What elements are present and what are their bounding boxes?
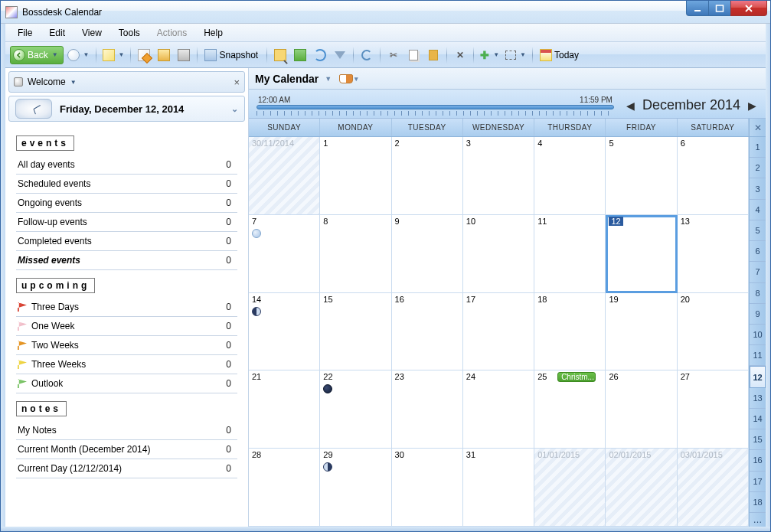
snapshot-button[interactable]: Snapshot [201, 46, 263, 64]
week-number[interactable]: 8 [750, 283, 766, 304]
menu-actions[interactable]: Actions [149, 26, 194, 40]
day-cell[interactable]: 25Christm... [534, 370, 606, 449]
day-cell[interactable]: 30 [392, 449, 463, 527]
week-number[interactable]: 12 [750, 366, 766, 387]
welcome-tab[interactable]: Welcome ▼ × [8, 71, 245, 93]
events-item[interactable]: Completed events0 [16, 232, 237, 251]
day-cell[interactable]: 10 [463, 215, 534, 293]
notes-item[interactable]: Current Day (12/12/2014)0 [16, 459, 237, 478]
day-cell[interactable]: 4 [534, 137, 606, 215]
expand-icon[interactable]: ⌄ [231, 104, 238, 114]
day-cell[interactable]: 02/01/2015 [606, 449, 677, 527]
week-number[interactable]: 15 [750, 429, 766, 450]
print-button[interactable] [175, 46, 193, 64]
new-button[interactable]: ▼ [100, 46, 127, 64]
edit-button[interactable] [135, 46, 153, 64]
open-button[interactable] [155, 46, 173, 64]
week-number[interactable]: 3 [750, 178, 766, 199]
book-icon[interactable] [339, 74, 353, 83]
menu-help[interactable]: Help [196, 26, 230, 40]
upcoming-item[interactable]: Three Weeks0 [16, 355, 237, 374]
day-cell[interactable]: 03/01/2015 [678, 449, 749, 527]
week-number[interactable]: 14 [750, 409, 766, 429]
day-cell[interactable]: 26 [606, 370, 677, 449]
notes-item[interactable]: My Notes0 [16, 421, 237, 440]
week-number[interactable]: 2 [750, 158, 766, 178]
upcoming-item[interactable]: One Week0 [16, 317, 237, 336]
day-cell[interactable]: 01/01/2015 [534, 449, 606, 527]
week-number[interactable]: 4 [750, 200, 766, 220]
day-cell[interactable]: 2 [392, 137, 463, 215]
minimize-button[interactable] [686, 1, 709, 16]
paste-button[interactable] [424, 46, 443, 64]
day-cell[interactable]: 23 [392, 370, 463, 449]
menu-file[interactable]: File [10, 26, 40, 40]
close-weekbar-icon[interactable]: ✕ [750, 119, 766, 137]
image-button[interactable] [291, 46, 309, 64]
events-item[interactable]: Ongoing events0 [16, 194, 237, 213]
week-number[interactable]: 18 [750, 492, 766, 513]
upcoming-item[interactable]: Three Days0 [16, 298, 237, 317]
maximize-button[interactable] [708, 1, 731, 16]
next-month-button[interactable]: ▶ [748, 100, 756, 112]
day-cell[interactable]: 30/11/2014 [249, 137, 320, 215]
copy-button[interactable] [404, 46, 423, 64]
day-cell[interactable]: 24 [463, 370, 534, 449]
week-number[interactable]: 17 [750, 472, 766, 492]
dropdown-icon[interactable]: ▼ [323, 75, 332, 83]
date-header[interactable]: Friday, December 12, 2014 ⌄ [8, 96, 245, 122]
day-cell[interactable]: 11 [534, 215, 606, 293]
day-cell[interactable]: 17 [463, 293, 534, 371]
select-button[interactable]: ▼ [503, 46, 528, 64]
delete-button[interactable]: ✕ [451, 46, 469, 64]
day-cell[interactable]: 28 [249, 449, 320, 527]
add-button[interactable]: ✚▼ [478, 46, 501, 64]
close-panel-icon[interactable]: × [234, 77, 240, 88]
day-cell[interactable]: 19 [606, 293, 677, 371]
events-item[interactable]: Missed events0 [16, 251, 237, 270]
event-pill[interactable]: Christm... [557, 372, 596, 382]
events-item[interactable]: Scheduled events0 [16, 175, 237, 194]
week-number[interactable]: 11 [750, 345, 766, 366]
day-cell[interactable]: 22 [320, 370, 391, 449]
week-number[interactable]: 7 [750, 262, 766, 282]
week-number[interactable]: 6 [750, 241, 766, 262]
day-cell[interactable]: 29 [320, 449, 391, 527]
week-number[interactable]: 9 [750, 304, 766, 325]
events-item[interactable]: Follow-up events0 [16, 213, 237, 232]
prev-month-button[interactable]: ◀ [626, 100, 635, 112]
menu-edit[interactable]: Edit [41, 26, 73, 40]
day-cell[interactable]: 13 [678, 215, 749, 293]
day-cell[interactable]: 7 [249, 215, 320, 293]
week-number[interactable]: 13 [750, 388, 766, 409]
more-weeks[interactable]: … [750, 513, 766, 527]
day-cell[interactable]: 21 [249, 370, 320, 449]
filter-button[interactable] [331, 46, 349, 64]
day-cell[interactable]: 6 [678, 137, 749, 215]
day-cell[interactable]: 1 [320, 137, 391, 215]
day-cell[interactable]: 20 [678, 293, 749, 371]
day-cell[interactable]: 5 [606, 137, 677, 215]
find-button[interactable] [271, 46, 289, 64]
week-number[interactable]: 10 [750, 325, 766, 345]
day-cell[interactable]: 14 [249, 293, 320, 371]
today-button[interactable]: Today [537, 46, 583, 64]
day-cell[interactable]: 15 [320, 293, 391, 371]
day-cell[interactable]: 27 [678, 370, 749, 449]
day-cell[interactable]: 31 [463, 449, 534, 527]
day-cell[interactable]: 8 [320, 215, 391, 293]
notes-item[interactable]: Current Month (December 2014)0 [16, 440, 237, 459]
day-cell[interactable]: 16 [392, 293, 463, 371]
undo-button[interactable] [358, 46, 376, 64]
time-range-slider[interactable]: 12:00 AM 11:59 PM [255, 96, 616, 116]
menu-view[interactable]: View [74, 26, 109, 40]
forward-button[interactable]: ▼ [65, 46, 92, 64]
week-number[interactable]: 5 [750, 220, 766, 241]
events-item[interactable]: All day events0 [16, 155, 237, 175]
upcoming-item[interactable]: Two Weeks0 [16, 336, 237, 355]
back-button[interactable]: Back ▼ [10, 46, 64, 64]
close-button[interactable] [730, 1, 767, 16]
upcoming-item[interactable]: Outlook0 [16, 374, 237, 393]
day-cell[interactable]: 18 [534, 293, 606, 371]
day-cell[interactable]: 3 [463, 137, 534, 215]
